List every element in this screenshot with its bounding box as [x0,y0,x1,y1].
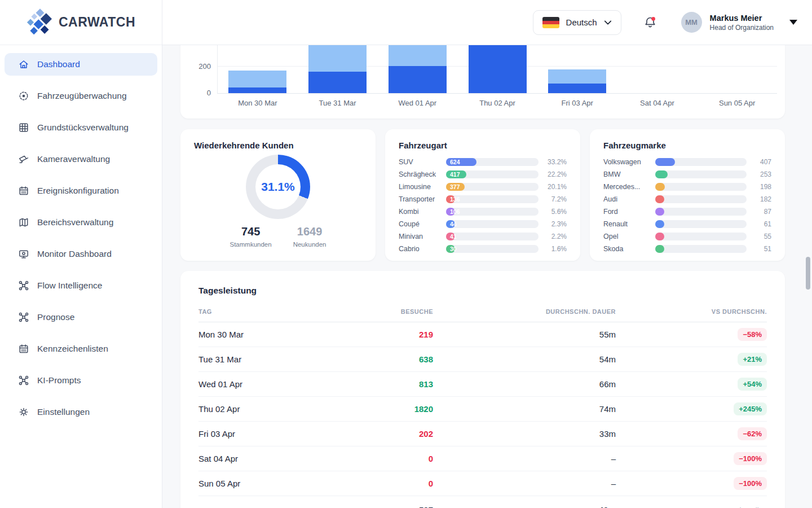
sidebar: CARWATCH DashboardFahrzeugüberwachungGru… [0,0,162,508]
row-label: Kombi [399,208,440,216]
bar-track: 417 [446,170,539,178]
column-header: BESUCHE [323,308,433,315]
bar-track: 136 [446,195,539,203]
fahrzeugart-row-cabrio: Cabrio301.6% [399,245,567,253]
bar-track [655,195,747,203]
segment-dark [228,87,286,93]
bell-icon [643,15,657,30]
row-label: Limousine [399,183,440,191]
row-label: Schrägheck [399,170,440,178]
bar-track: 41 [446,233,539,240]
visits-x-axis-labels: Mon 30 MarTue 31 MarWed 01 AprThu 02 Apr… [218,99,777,107]
sidebar-item-bereichsverwaltung[interactable]: Bereichsverwaltung [5,211,157,234]
segment-light [308,45,367,72]
chevron-down-icon [604,19,612,26]
bar-fill: 136 [446,195,455,203]
sidebar-item-prognose[interactable]: Prognose [5,306,157,329]
bar-track [655,220,747,228]
row-value: 253 [752,170,771,178]
vertical-scrollbar-thumb[interactable] [806,257,810,290]
cell-day: Fri 03 Apr [198,429,323,439]
nodes-icon [18,375,29,386]
row-value: 20.1% [544,183,567,191]
sidebar-item-grundst-cksverwaltung[interactable]: Grundstücksverwaltung [5,116,157,139]
card-title: Fahrzeugart [399,141,567,150]
cell-day: Tue 31 Mar [198,354,323,364]
table-body: Mon 30 Mar21955m−58%Tue 31 Mar63854m+21%… [198,322,767,496]
fahrzeugmarke-row-opel: Opel55 [603,233,771,240]
sidebar-item-label: Dashboard [37,59,80,69]
x-axis-label: Sat 04 Apr [617,99,698,107]
row-label: Cabrio [399,245,440,253]
cell-vs: −58% [616,328,767,341]
row-value: 182 [752,195,771,203]
fahrzeugart-row-limousine: Limousine37720.1% [399,183,567,191]
bar-value: 44 [450,221,457,227]
sidebar-item-ki-prompts[interactable]: KI-Prompts [5,369,157,392]
card-title: Fahrzeugmarke [603,141,771,150]
donut-stats: 745 Stammkunden 1649 Neukunden [194,225,362,248]
bar-mon-30-mar [228,71,286,93]
sidebar-item-label: Bereichsverwaltung [37,217,113,227]
table-row-mon-30-mar: Mon 30 Mar21955m−58% [198,322,767,347]
bar-fill [655,233,664,240]
cell-duration: 33m [433,429,616,439]
user-menu[interactable]: MM Markus Meier Head of Organization [681,12,774,33]
sidebar-item-ereigniskonfiguration[interactable]: Ereigniskonfiguration [5,179,157,202]
nodes-icon [18,280,29,291]
sidebar-item-einstellungen[interactable]: Einstellungen [5,401,157,423]
vehicle-type-rows: SUV62433.2%Schrägheck41722.2%Limousine37… [399,158,567,253]
sidebar-item-monitor-dashboard[interactable]: Monitor Dashboard [5,243,157,265]
stammkunden-value: 745 [230,225,272,238]
bar-fri-03-apr [548,69,606,93]
cell-day: Thu 02 Apr [198,404,323,414]
row-label: SUV [399,158,440,166]
segment-dark [389,66,447,93]
sidebar-item-label: KI-Prompts [37,375,81,386]
segment-dark [548,84,606,93]
table-row-tue-31-mar: Tue 31 Mar63854m+21% [198,347,767,372]
sidebar-item-fahrzeug-berwachung[interactable]: Fahrzeugüberwachung [5,85,157,107]
bar-value: 624 [450,159,460,165]
vs-badge: +54% [738,378,767,391]
bar-track: 624 [446,158,539,166]
segment-light [228,71,286,87]
daily-performance-card: Tagesleistung TAGBESUCHEDURCHSCHN. DAUER… [180,271,785,508]
stammkunden-label: Stammkunden [230,241,272,248]
user-info: Markus Meier Head of Organization [710,14,774,32]
avatar: MM [681,12,702,33]
cell-duration: 74m [433,404,616,414]
language-selector[interactable]: Deutsch [533,10,621,35]
sidebar-item-kameraverwaltung[interactable]: Kameraverwaltung [5,148,157,170]
row-value: 407 [752,158,771,166]
app: CARWATCH DashboardFahrzeugüberwachungGru… [0,0,812,508]
segment-light [389,45,447,66]
sidebar-item-label: Monitor Dashboard [37,249,112,259]
sidebar-item-kennzeichenlisten[interactable]: Kennzeichenlisten [5,338,157,360]
x-axis-label: Fri 03 Apr [537,99,617,107]
cell-duration: 66m [433,379,616,389]
bar-fill [655,195,664,203]
fahrzeugart-row-minivan: Minivan412.2% [399,233,567,240]
monitor-icon [18,248,29,260]
row-value: 33.2% [544,158,567,166]
segment-dark [308,72,367,93]
column-header: TAG [198,308,323,315]
user-dropdown-caret[interactable] [789,20,797,25]
cell-duration: – [433,479,616,488]
segment-light [548,69,606,84]
table-header-row: TAGBESUCHEDURCHSCHN. DAUERVS DURCHSCHN. [198,308,767,322]
top-header: Deutsch MM Markus Meier Head of Organiza… [162,0,812,45]
bar-value: 136 [450,196,460,203]
sidebar-item-flow-intelligence[interactable]: Flow Intelligence [5,274,157,297]
cell-day: Sun 05 Apr [198,479,323,488]
sidebar-item-dashboard[interactable]: Dashboard [5,53,157,76]
notifications-button[interactable] [643,15,657,30]
vehicle-type-card: Fahrzeugart SUV62433.2%Schrägheck41722.2… [385,129,580,261]
vs-badge: +21% [738,353,767,366]
table-row-thu-02-apr: Thu 02 Apr182074m+245% [198,397,767,422]
neukunden-label: Neukunden [293,241,326,248]
row-value: 5.6% [544,208,567,216]
fahrzeugmarke-row-audi: Audi182 [603,195,771,203]
vs-badge: −62% [738,427,767,440]
